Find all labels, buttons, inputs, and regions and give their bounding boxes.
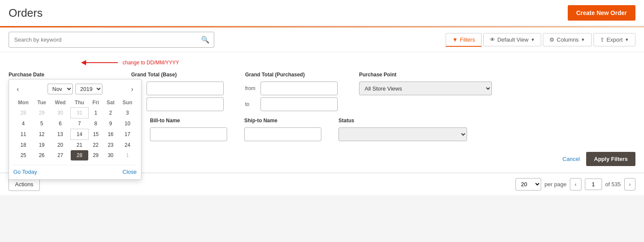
grand-total-base-to-input[interactable] bbox=[147, 97, 224, 111]
page-header: Orders Create New Order bbox=[0, 0, 644, 26]
page-total-label: of 535 bbox=[605, 181, 621, 188]
calendar-day[interactable]: 3 bbox=[118, 108, 137, 118]
cal-day-mon: Mon bbox=[13, 98, 33, 108]
toolbar-right: ▼ Filters 👁 Default View ▼ ⚙ Columns ▼ ⇧… bbox=[446, 33, 635, 47]
calendar-year-select[interactable]: 20172018201920202021 bbox=[75, 84, 102, 94]
calendar-day[interactable]: 20 bbox=[50, 140, 71, 151]
create-order-button[interactable]: Create New Order bbox=[568, 5, 635, 21]
calendar-day[interactable]: 17 bbox=[118, 129, 137, 140]
default-view-button[interactable]: 👁 Default View ▼ bbox=[483, 33, 542, 46]
ship-to-name-input[interactable] bbox=[244, 127, 321, 141]
calendar-prev-button[interactable]: ‹ bbox=[13, 85, 22, 94]
grand-total-purchased-to-input[interactable] bbox=[261, 97, 338, 111]
annotation-text: change to DD/MM/YYYY bbox=[123, 60, 179, 66]
page-title: Orders bbox=[9, 6, 42, 20]
ship-to-name-label: Ship-to Name bbox=[244, 118, 321, 124]
grand-total-purchased-from-input[interactable] bbox=[261, 82, 338, 95]
calendar-day[interactable]: 4 bbox=[13, 118, 33, 129]
status-select[interactable] bbox=[338, 127, 467, 141]
calendar-day[interactable]: 9 bbox=[103, 118, 118, 129]
cal-day-tue: Tue bbox=[33, 98, 50, 108]
calendar-day[interactable]: 12 bbox=[33, 129, 50, 140]
annotation-arrow-svg bbox=[81, 58, 120, 67]
calendar-day[interactable]: 31 bbox=[71, 108, 89, 118]
purchase-point-label: Purchase Point bbox=[359, 72, 492, 78]
calendar-day[interactable]: 18 bbox=[13, 140, 33, 151]
calendar-day[interactable]: 10 bbox=[118, 118, 137, 129]
calendar-day[interactable]: 22 bbox=[88, 140, 103, 151]
page-prev-button[interactable]: ‹ bbox=[570, 178, 581, 191]
calendar-day[interactable]: 5 bbox=[33, 118, 50, 129]
per-page-select[interactable]: 203050 bbox=[515, 178, 541, 191]
columns-button[interactable]: ⚙ Columns ▼ bbox=[543, 33, 591, 46]
calendar-selects: Nov JanFebMar AprMayJun JulAugSep OctDec… bbox=[48, 84, 102, 94]
bill-to-name-label: Bill-to Name bbox=[150, 118, 227, 124]
calendar-day[interactable]: 26 bbox=[33, 150, 50, 160]
per-page-label: per page bbox=[545, 181, 566, 188]
cancel-button[interactable]: Cancel bbox=[563, 156, 580, 162]
calendar-day[interactable]: 14 bbox=[71, 129, 89, 140]
apply-filters-button[interactable]: Apply Filters bbox=[586, 152, 635, 166]
calendar-day[interactable]: 24 bbox=[118, 140, 137, 151]
filters-button[interactable]: ▼ Filters bbox=[446, 33, 481, 47]
calendar-day[interactable]: 30 bbox=[103, 150, 118, 160]
search-wrap: 🔍 bbox=[9, 32, 214, 48]
go-today-button[interactable]: Go Today bbox=[13, 169, 37, 175]
pagination: 203050 per page ‹ of 535 › bbox=[515, 178, 635, 191]
purchase-point-group: Purchase Point All Store Views bbox=[359, 72, 492, 111]
calendar-day[interactable]: 28 bbox=[71, 150, 89, 160]
calendar-day[interactable]: 15 bbox=[88, 129, 103, 140]
export-icon: ⇧ bbox=[600, 36, 605, 43]
calendar-day[interactable]: 16 bbox=[103, 129, 118, 140]
purchase-point-select[interactable]: All Store Views bbox=[359, 82, 492, 95]
page-number-input[interactable] bbox=[585, 178, 602, 190]
calendar-day[interactable]: 28 bbox=[13, 108, 33, 118]
grand-total-purchased-from-row: from bbox=[245, 82, 338, 95]
calendar-day[interactable]: 25 bbox=[13, 150, 33, 160]
eye-icon: 👁 bbox=[490, 36, 495, 43]
calendar-day[interactable]: 27 bbox=[50, 150, 71, 160]
cal-day-thu: Thu bbox=[71, 98, 89, 108]
cal-day-sat: Sat bbox=[103, 98, 118, 108]
search-input[interactable] bbox=[9, 33, 197, 46]
search-icon[interactable]: 🔍 bbox=[197, 32, 214, 47]
calendar-next-button[interactable]: › bbox=[128, 85, 137, 94]
calendar-day[interactable]: 8 bbox=[88, 118, 103, 129]
calendar-day[interactable]: 6 bbox=[50, 118, 71, 129]
calendar-month-select[interactable]: Nov JanFebMar AprMayJun JulAugSep OctDec bbox=[48, 84, 73, 94]
calendar-day[interactable]: 23 bbox=[103, 140, 118, 151]
calendar-day[interactable]: 13 bbox=[50, 129, 71, 140]
export-button[interactable]: ⇧ Export ▼ bbox=[593, 33, 635, 46]
calendar-day[interactable]: 30 bbox=[50, 108, 71, 118]
grand-total-purchased-label: Grand Total (Purchased) bbox=[245, 72, 338, 78]
page-next-button[interactable]: › bbox=[624, 178, 635, 191]
purchase-point-select-row: All Store Views bbox=[359, 82, 492, 95]
calendar-day[interactable]: 21 bbox=[71, 140, 89, 151]
bill-to-name-input[interactable] bbox=[150, 127, 227, 141]
calendar-header: ‹ Nov JanFebMar AprMayJun JulAugSep OctD… bbox=[13, 84, 137, 94]
grand-total-purchased-from-label: from bbox=[245, 85, 257, 91]
calendar-day[interactable]: 29 bbox=[33, 108, 50, 118]
grand-total-purchased-to-row: to bbox=[245, 97, 338, 111]
grand-total-base-to-row bbox=[131, 97, 224, 111]
grand-total-purchased-to-label: to bbox=[245, 101, 257, 107]
calendar-day[interactable]: 11 bbox=[13, 129, 33, 140]
calendar-day[interactable]: 2 bbox=[103, 108, 118, 118]
calendar-day[interactable]: 1 bbox=[88, 108, 103, 118]
grand-total-base-label: Grand Total (Base) bbox=[131, 72, 224, 78]
chevron-down-icon-3: ▼ bbox=[625, 37, 629, 42]
calendar-day[interactable]: 1 bbox=[118, 150, 137, 160]
grand-total-base-group: Grand Total (Base) from bbox=[131, 72, 224, 111]
status-group: Status bbox=[338, 118, 467, 141]
grand-total-base-from-row: from bbox=[131, 82, 224, 95]
toolbar: 🔍 ▼ Filters 👁 Default View ▼ ⚙ Columns ▼… bbox=[0, 27, 644, 52]
chevron-down-icon: ▼ bbox=[530, 37, 535, 42]
chevron-down-icon-2: ▼ bbox=[581, 37, 585, 42]
calendar-day[interactable]: 19 bbox=[33, 140, 50, 151]
grand-total-base-from-input[interactable] bbox=[147, 82, 224, 95]
calendar-day[interactable]: 7 bbox=[71, 118, 89, 129]
filters-area: change to DD/MM/YYYY Purchase Date from … bbox=[0, 52, 644, 173]
close-calendar-button[interactable]: Close bbox=[123, 169, 137, 175]
purchase-date-label: Purchase Date bbox=[9, 72, 110, 78]
calendar-day[interactable]: 29 bbox=[88, 150, 103, 160]
